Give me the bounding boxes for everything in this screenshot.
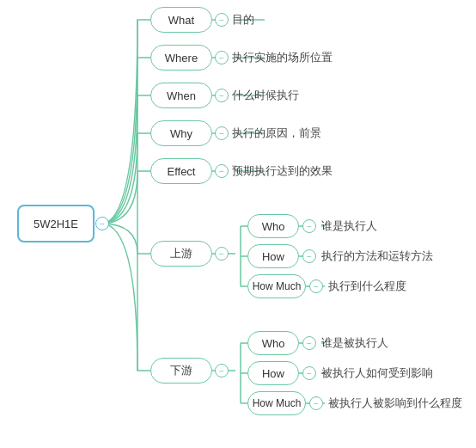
where-node: Where (150, 45, 212, 71)
why-leaf-text: 执行的原因，前景 (232, 126, 321, 141)
how2-collapse-btn[interactable]: − (302, 366, 316, 380)
who2-collapse-btn[interactable]: − (302, 336, 316, 350)
what-leaf-text: 目的 (232, 12, 254, 28)
effect-collapse-btn[interactable]: − (215, 164, 229, 178)
why-collapse-btn[interactable]: − (215, 126, 229, 140)
effect-node: Effect (150, 158, 212, 184)
who2-label: Who (262, 337, 285, 350)
howmuch2-collapse-btn[interactable]: − (309, 396, 323, 410)
downstream-collapse-btn[interactable]: − (215, 364, 229, 377)
why-node: Why (150, 120, 212, 146)
how1-label: How (262, 250, 284, 263)
where-label: Where (165, 52, 198, 64)
howmuch1-node: How Much (247, 274, 306, 298)
how1-collapse-btn[interactable]: − (302, 249, 316, 263)
root-collapse-btn[interactable]: − (95, 217, 109, 230)
who1-node: Who (247, 214, 299, 238)
how1-node: How (247, 244, 299, 268)
what-collapse-btn[interactable]: − (215, 13, 229, 27)
downstream-node: 下游 (150, 358, 212, 384)
who1-leaf-text: 谁是执行人 (321, 218, 377, 234)
root-node: 5W2H1E (17, 205, 95, 242)
who1-label: Who (262, 220, 285, 233)
howmuch1-leaf-text: 执行到什么程度 (328, 279, 406, 294)
effect-label: Effect (167, 165, 195, 178)
upstream-label: 上游 (170, 246, 192, 261)
how2-node: How (247, 361, 299, 385)
when-node: When (150, 83, 212, 108)
howmuch2-leaf-text: 被执行人被影响到什么程度 (328, 396, 462, 411)
downstream-label: 下游 (170, 363, 192, 378)
what-node: What (150, 7, 212, 33)
where-leaf-text: 执行实施的场所位置 (232, 50, 333, 65)
upstream-collapse-btn[interactable]: − (215, 247, 229, 261)
mindmap-diagram: 5W2H1E − What − 目的 Where − 执行实施的场所位置 Whe… (0, 0, 476, 448)
how2-leaf-text: 被执行人如何受到影响 (321, 365, 433, 381)
when-leaf-text: 什么时候执行 (232, 88, 299, 103)
when-label: When (167, 89, 196, 102)
howmuch1-collapse-btn[interactable]: − (309, 279, 323, 293)
howmuch2-node: How Much (247, 391, 306, 415)
root-label: 5W2H1E (34, 218, 78, 230)
upstream-node: 上游 (150, 241, 212, 267)
who1-collapse-btn[interactable]: − (302, 219, 316, 233)
how2-label: How (262, 367, 284, 380)
howmuch1-label: How Much (253, 280, 302, 292)
how1-leaf-text: 执行的方法和运转方法 (321, 249, 433, 264)
howmuch2-label: How Much (253, 397, 302, 409)
who2-node: Who (247, 331, 299, 355)
who2-leaf-text: 谁是被执行人 (321, 335, 388, 351)
where-collapse-btn[interactable]: − (215, 51, 229, 64)
what-label: What (168, 14, 194, 27)
effect-leaf-text: 预期执行达到的效果 (232, 163, 333, 179)
why-label: Why (170, 127, 192, 140)
when-collapse-btn[interactable]: − (215, 89, 229, 102)
